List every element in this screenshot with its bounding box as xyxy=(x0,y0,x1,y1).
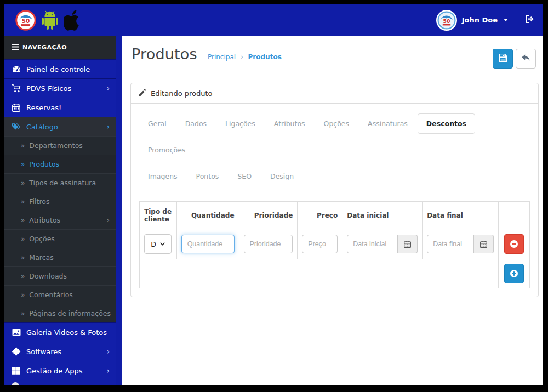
calendar-icon xyxy=(12,104,21,112)
sign-out-icon xyxy=(526,15,534,25)
sidebar-nav: NAVEGAÇÃO Painel de controle PDVS Físico… xyxy=(4,36,116,385)
sidebar-item-galeria[interactable]: Galeria Videos & Fotos xyxy=(4,322,116,342)
breadcrumb-home-link[interactable]: Principal xyxy=(208,53,236,61)
sidebar-item-label: Softwares xyxy=(26,348,101,356)
tab-geral[interactable]: Geral xyxy=(139,113,175,134)
chevron-right-icon: › xyxy=(106,84,110,92)
sidebar-subitem-opcoes[interactable]: » Opções xyxy=(4,229,116,248)
sidebar-item-label: Reservas! xyxy=(26,104,110,112)
tab-ligacoes[interactable]: Ligações xyxy=(216,113,264,134)
svg-text:50: 50 xyxy=(443,18,450,24)
shopping-cart-icon xyxy=(12,84,21,93)
partial-item-icon xyxy=(12,382,19,385)
back-button[interactable] xyxy=(516,49,536,69)
sidebar-item-reservas[interactable]: Reservas! xyxy=(4,98,116,117)
angle-double-right-icon: » xyxy=(21,254,25,262)
chevron-right-icon: › xyxy=(106,123,110,130)
angle-double-right-icon: » xyxy=(21,310,25,317)
hamburger-icon xyxy=(12,44,19,52)
logout-button[interactable] xyxy=(517,4,543,36)
subitem-label: Páginas de informações xyxy=(29,309,111,317)
tab-pontos[interactable]: Pontos xyxy=(187,166,228,186)
sidebar-subitem-paginas-informacoes[interactable]: » Páginas de informações xyxy=(4,304,116,322)
windows-icon xyxy=(12,367,21,375)
calendar-icon xyxy=(480,241,487,248)
chevron-right-icon: › xyxy=(107,216,110,224)
date-end-input[interactable] xyxy=(427,235,474,253)
panel-body: Geral Dados Ligações Atributos Opções As… xyxy=(131,104,538,297)
android-icon xyxy=(41,10,59,30)
sidebar-item-pdvs[interactable]: PDVS Físicos › xyxy=(4,78,116,98)
subitem-label: Tipos de assinatura xyxy=(29,179,96,187)
sidebar-item-catalogo[interactable]: Catálogo › xyxy=(4,117,116,136)
subitem-label: Downloads xyxy=(29,272,67,280)
remove-discount-button[interactable] xyxy=(504,234,524,254)
sidebar-item-softwares[interactable]: Softwares › xyxy=(4,342,116,361)
chevron-right-icon: › xyxy=(106,348,110,355)
plus-circle-icon xyxy=(510,269,518,278)
tab-opcoes[interactable]: Opções xyxy=(315,113,358,134)
tab-seo[interactable]: SEO xyxy=(229,166,260,186)
sidebar-item-partial[interactable] xyxy=(4,380,116,385)
top-header: 50 xyxy=(4,4,543,36)
sidebar-subitem-downloads[interactable]: » Downloads xyxy=(4,266,116,285)
user-menu[interactable]: 50 John Doe xyxy=(427,4,517,36)
customer-type-select[interactable]: D xyxy=(144,234,172,254)
sidebar-item-gestao-apps[interactable]: Gestão de Apps › xyxy=(4,361,116,380)
date-start-input[interactable] xyxy=(347,235,398,253)
main-content: Produtos Principal › Produtos xyxy=(122,36,543,385)
date-start-calendar-button[interactable] xyxy=(398,235,418,253)
brand-logo-group[interactable]: 50 xyxy=(4,4,116,36)
sidebar-subitem-atributos[interactable]: » Atributos › xyxy=(4,211,116,229)
puzzle-icon xyxy=(12,347,21,356)
page-title: Produtos xyxy=(132,46,197,63)
col-header-price: Preço xyxy=(298,202,342,229)
subitem-label: Atributos xyxy=(29,216,60,224)
col-header-actions xyxy=(498,202,529,229)
table-header-row: Tipo de cliente Quantidade Prioridade Pr… xyxy=(140,202,530,229)
angle-double-right-icon: » xyxy=(21,179,25,187)
tab-assinaturas[interactable]: Assinaturas xyxy=(359,113,416,134)
undo-arrow-icon xyxy=(521,54,530,64)
sidebar-item-label: Catálogo xyxy=(26,123,101,131)
tab-design[interactable]: Design xyxy=(261,166,302,186)
quantity-input[interactable] xyxy=(181,235,235,253)
angle-double-right-icon: » xyxy=(21,291,25,299)
save-button[interactable] xyxy=(493,49,513,69)
breadcrumb-current-link[interactable]: Produtos xyxy=(248,53,282,61)
sidebar-subitem-departamentos[interactable]: » Departamentos xyxy=(4,136,116,155)
header-spacer xyxy=(116,4,427,36)
priority-input[interactable] xyxy=(244,235,293,253)
apple-icon xyxy=(64,10,81,31)
sidebar-item-dashboard[interactable]: Painel de controle xyxy=(4,59,116,78)
customer-type-value: D xyxy=(151,240,156,248)
sidebar-nav-header: NAVEGAÇÃO xyxy=(4,36,116,59)
sidebar-subitem-marcas[interactable]: » Marcas xyxy=(4,248,116,266)
chevron-right-icon: › xyxy=(106,367,110,374)
pencil-icon xyxy=(139,89,146,98)
breadcrumb-separator: › xyxy=(241,53,243,61)
product-tabs: Geral Dados Ligações Atributos Opções As… xyxy=(139,112,530,191)
sidebar-subitem-tipos-assinatura[interactable]: » Tipos de assinatura xyxy=(4,173,116,192)
tab-dados[interactable]: Dados xyxy=(176,113,215,134)
tab-promocoes[interactable]: Promoções xyxy=(139,140,194,160)
price-input[interactable] xyxy=(302,235,338,253)
discounts-table: Tipo de cliente Quantidade Prioridade Pr… xyxy=(139,201,530,288)
tab-atributos[interactable]: Atributos xyxy=(265,113,314,134)
sidebar-subitem-produtos[interactable]: » Produtos xyxy=(4,155,116,173)
col-header-date-end: Data final xyxy=(423,202,499,229)
image-gallery-icon xyxy=(12,329,21,336)
calendar-icon xyxy=(404,241,411,248)
discount-row: D xyxy=(140,229,530,259)
tab-descontos[interactable]: Descontos xyxy=(418,113,475,134)
svg-text:50: 50 xyxy=(22,18,30,24)
catalog-submenu: » Departamentos » Produtos » Tipos de as… xyxy=(4,136,116,322)
add-discount-button[interactable] xyxy=(504,264,524,283)
tab-imagens[interactable]: Imagens xyxy=(139,166,186,186)
angle-double-right-icon: » xyxy=(21,142,25,150)
date-end-calendar-button[interactable] xyxy=(474,235,494,253)
col-header-priority: Prioridade xyxy=(239,202,298,229)
sidebar-subitem-comentarios[interactable]: » Comentários xyxy=(4,285,116,304)
angle-double-right-icon: » xyxy=(21,198,25,206)
sidebar-subitem-filtros[interactable]: » Filtros xyxy=(4,192,116,211)
